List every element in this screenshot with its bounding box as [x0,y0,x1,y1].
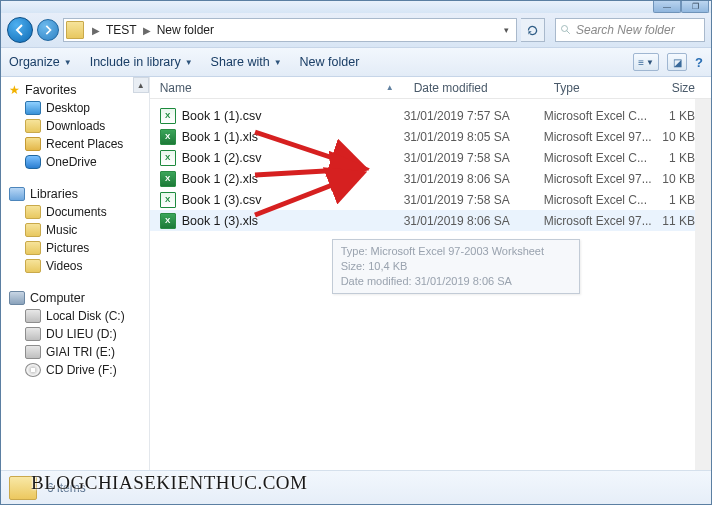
nav-giaitri[interactable]: GIAI TRI (E:) [9,343,145,361]
nav-libraries[interactable]: Libraries [9,185,145,203]
address-dropdown[interactable]: ▾ [498,25,514,35]
back-button[interactable] [7,17,33,43]
file-name: Book 1 (2).csv [182,151,262,165]
nav-music[interactable]: Music [9,221,145,239]
column-name[interactable]: Name▲ [150,81,404,95]
cd-icon [25,363,41,377]
chevron-right-icon[interactable]: ▶ [88,25,104,36]
refresh-icon [526,24,539,37]
file-row[interactable]: XBook 1 (2).xls31/01/2019 8:06 SAMicroso… [150,168,711,189]
nav-recent[interactable]: Recent Places [9,135,145,153]
sort-asc-icon: ▲ [386,83,394,92]
refresh-button[interactable] [521,18,545,42]
column-size[interactable]: Size [662,81,711,95]
file-row[interactable]: XBook 1 (1).xls31/01/2019 8:05 SAMicroso… [150,126,711,147]
nav-dulieu[interactable]: DU LIEU (D:) [9,325,145,343]
chevron-right-icon[interactable]: ▶ [139,25,155,36]
drive-icon [25,309,41,323]
nav-cd-drive[interactable]: CD Drive (F:) [9,361,145,379]
excel-xls-icon: X [160,171,176,187]
address-bar-row: ▶ TEST ▶ New folder ▾ Search New folder [1,13,711,47]
nav-computer[interactable]: Computer [9,289,145,307]
recent-icon [25,137,41,151]
file-type: Microsoft Excel 97... [544,130,662,144]
folder-icon [25,205,41,219]
file-date: 31/01/2019 7:58 SA [404,151,544,165]
file-date: 31/01/2019 8:06 SA [404,172,544,186]
vertical-scrollbar[interactable] [695,99,711,470]
nav-onedrive[interactable]: OneDrive [9,153,145,171]
organize-menu[interactable]: Organize▼ [9,55,72,69]
file-type: Microsoft Excel C... [544,193,662,207]
new-folder-button[interactable]: New folder [300,55,360,69]
explorer-body: ▲ ★Favorites Desktop Downloads Recent Pl… [1,77,711,470]
excel-xls-icon: X [160,129,176,145]
column-type[interactable]: Type [544,81,662,95]
folder-icon [25,119,41,133]
arrow-left-icon [14,24,26,36]
computer-icon [9,291,25,305]
chevron-down-icon: ▼ [185,58,193,67]
chevron-down-icon: ▼ [274,58,282,67]
file-row[interactable]: XBook 1 (2).csv31/01/2019 7:58 SAMicroso… [150,147,711,168]
nav-favorites[interactable]: ★Favorites [9,81,145,99]
file-type: Microsoft Excel C... [544,151,662,165]
minimize-button[interactable]: — [653,1,681,13]
file-row[interactable]: XBook 1 (1).csv31/01/2019 7:57 SAMicroso… [150,105,711,126]
file-tooltip: Type: Microsoft Excel 97-2003 Worksheet … [332,239,580,294]
include-library-menu[interactable]: Include in library▼ [90,55,193,69]
nav-desktop[interactable]: Desktop [9,99,145,117]
nav-pictures[interactable]: Pictures [9,239,145,257]
forward-button[interactable] [37,19,59,41]
file-list: XBook 1 (1).csv31/01/2019 7:57 SAMicroso… [150,99,711,231]
file-type: Microsoft Excel 97... [544,172,662,186]
nav-videos[interactable]: Videos [9,257,145,275]
file-date: 31/01/2019 8:06 SA [404,214,544,228]
file-name: Book 1 (1).csv [182,109,262,123]
file-date: 31/01/2019 7:58 SA [404,193,544,207]
search-input[interactable]: Search New folder [555,18,705,42]
file-name: Book 1 (3).xls [182,214,258,228]
tooltip-type: Type: Microsoft Excel 97-2003 Worksheet [341,244,571,259]
file-list-pane: Name▲ Date modified Type Size XBook 1 (1… [150,77,711,470]
command-bar: Organize▼ Include in library▼ Share with… [1,47,711,77]
scroll-up-button[interactable]: ▲ [133,77,149,93]
file-date: 31/01/2019 8:05 SA [404,130,544,144]
column-date[interactable]: Date modified [404,81,544,95]
drive-icon [25,345,41,359]
file-date: 31/01/2019 7:57 SA [404,109,544,123]
file-type: Microsoft Excel C... [544,109,662,123]
window-controls: — ❐ [1,1,711,13]
preview-pane-button[interactable]: ◪ [667,53,687,71]
svg-line-1 [567,31,570,34]
navigation-pane: ▲ ★Favorites Desktop Downloads Recent Pl… [1,77,150,470]
cloud-icon [25,155,41,169]
nav-local-disk[interactable]: Local Disk (C:) [9,307,145,325]
excel-csv-icon: X [160,192,176,208]
breadcrumb-current[interactable]: New folder [155,23,216,37]
nav-documents[interactable]: Documents [9,203,145,221]
nav-downloads[interactable]: Downloads [9,117,145,135]
file-name: Book 1 (1).xls [182,130,258,144]
star-icon: ★ [9,83,20,97]
file-row[interactable]: XBook 1 (3).csv31/01/2019 7:58 SAMicroso… [150,189,711,210]
excel-csv-icon: X [160,150,176,166]
libraries-icon [9,187,25,201]
help-button[interactable]: ? [695,55,703,70]
tooltip-date: Date modified: 31/01/2019 8:06 SA [341,274,571,289]
column-headers: Name▲ Date modified Type Size [150,77,711,99]
drive-icon [25,327,41,341]
address-bar[interactable]: ▶ TEST ▶ New folder ▾ [63,18,517,42]
share-with-menu[interactable]: Share with▼ [211,55,282,69]
file-name: Book 1 (3).csv [182,193,262,207]
chevron-down-icon: ▼ [646,58,654,67]
excel-xls-icon: X [160,213,176,229]
breadcrumb-test[interactable]: TEST [104,23,139,37]
arrow-right-icon [43,25,53,35]
view-options-button[interactable]: ≡▼ [633,53,659,71]
maximize-button[interactable]: ❐ [681,1,709,13]
folder-icon [25,259,41,273]
file-row[interactable]: XBook 1 (3).xls31/01/2019 8:06 SAMicroso… [150,210,711,231]
svg-point-0 [562,26,568,32]
search-icon [560,24,572,36]
